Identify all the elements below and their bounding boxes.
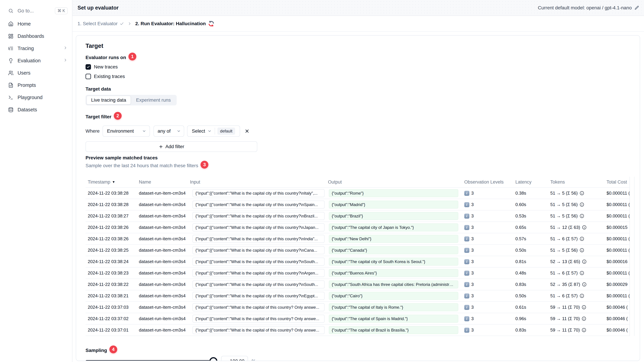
table-row[interactable]: 2024-11-22 03:38:24 dataset-run-item-cm3… xyxy=(86,256,630,267)
cell-total-cost: $0.00046 ( xyxy=(604,328,630,333)
sidebar-item-evaluation[interactable]: Evaluation xyxy=(0,54,72,67)
cell-input-box: {"input":[{"content":"What is the capita… xyxy=(192,326,324,334)
cell-tokens: 59 → 11 (Σ 70) xyxy=(548,305,604,310)
table-row[interactable]: 2024-11-22 03:38:25 dataset-run-item-cm3… xyxy=(86,244,630,256)
default-model-control[interactable]: Current default model: openai / gpt-4.1-… xyxy=(538,5,639,10)
cell-timestamp: 2024-11-22 03:38:27 xyxy=(86,213,137,219)
cell-name: dataset-run-item-cm3s4 xyxy=(137,236,188,241)
cell-tokens: 51 → 5 (Σ 56) xyxy=(548,248,604,253)
filter-operator-value: any of xyxy=(158,128,170,134)
table-row[interactable]: 2024-11-22 03:38:27 dataset-run-item-cm3… xyxy=(86,210,630,222)
info-circle-icon xyxy=(582,259,586,264)
table-row[interactable]: 2024-11-22 03:37:01 dataset-run-item-cm3… xyxy=(86,324,630,336)
sidebar-item-dashboards[interactable]: Dashboards xyxy=(0,30,72,42)
preview-subheading: Sample over the last 24 hours that match… xyxy=(86,162,635,170)
breadcrumb-step-1[interactable]: 1. Select Evaluator xyxy=(78,21,124,26)
sort-desc-icon: ▼ xyxy=(112,180,115,184)
cell-input-box: {"input":[{"content":"What is the capita… xyxy=(192,223,324,231)
sidebar-item-playground[interactable]: Playground xyxy=(0,91,72,103)
sidebar-item-tracing[interactable]: Tracing xyxy=(0,42,72,54)
filter-column-value: Environment xyxy=(107,128,134,134)
table-row[interactable]: 2024-11-22 03:38:28 dataset-run-item-cm3… xyxy=(86,199,630,210)
info-circle-icon xyxy=(582,282,586,287)
info-circle-icon xyxy=(582,328,586,332)
chevron-right-icon xyxy=(128,21,132,26)
cell-observation-levels: i 3 xyxy=(462,248,513,253)
table-row[interactable]: 2024-11-22 03:37:03 dataset-run-item-cm3… xyxy=(86,301,630,313)
filter-column-select[interactable]: Environment xyxy=(102,125,150,137)
cell-output-box: {"output":"Buenos Aires"} xyxy=(329,269,458,277)
cell-tokens: 51 → 5 (Σ 56) xyxy=(548,191,604,196)
cell-timestamp: 2024-11-22 03:38:21 xyxy=(86,293,137,299)
checkbox-new-traces-label: New traces xyxy=(94,64,118,70)
info-square-icon: i xyxy=(464,328,469,333)
filter-value-select[interactable]: Select default xyxy=(187,125,240,137)
sidebar-item-prompts[interactable]: Prompts xyxy=(0,79,72,91)
edit-pencil-icon[interactable] xyxy=(634,5,639,10)
add-filter-button[interactable]: Add filter xyxy=(86,141,257,152)
remove-filter-button[interactable] xyxy=(244,129,250,134)
check-icon xyxy=(120,21,124,26)
cell-output-box: {"output":"The capital of Brazil is Bras… xyxy=(329,326,458,334)
sidebar-item-users[interactable]: Users xyxy=(0,67,72,79)
col-latency[interactable]: Latency xyxy=(513,179,548,185)
cell-name: dataset-run-item-cm3s4 xyxy=(137,305,188,310)
tab-experiment-runs[interactable]: Experiment runs xyxy=(131,96,176,104)
cell-input-box: {"input":[{"content":"What is the capita… xyxy=(192,246,324,254)
col-input[interactable]: Input xyxy=(188,179,326,185)
col-observation-levels[interactable]: Observation Levels xyxy=(462,179,513,185)
checkbox-existing-traces[interactable]: Existing traces xyxy=(86,72,635,80)
col-name[interactable]: Name xyxy=(137,179,188,185)
cell-name: dataset-run-item-cm3s4 xyxy=(137,270,188,276)
col-output[interactable]: Output xyxy=(326,179,462,185)
cell-output-box: {"output":"Brazil"} xyxy=(329,212,458,220)
table-row[interactable]: 2024-11-22 03:38:28 dataset-run-item-cm3… xyxy=(86,187,630,199)
file-code-icon xyxy=(8,83,14,88)
table-scrollbar[interactable] xyxy=(630,177,634,336)
table-row[interactable]: 2024-11-22 03:38:26 dataset-run-item-cm3… xyxy=(86,222,630,233)
tab-live-tracing-data[interactable]: Live tracing data xyxy=(86,96,131,104)
cell-tokens: 51 → 12 (Σ 63) xyxy=(548,225,604,230)
goto-search[interactable]: Go to... ⌘ K xyxy=(0,6,72,15)
table-row[interactable]: 2024-11-22 03:38:22 dataset-run-item-cm3… xyxy=(86,279,630,290)
sampling-value-input[interactable] xyxy=(221,356,248,361)
cell-timestamp: 2024-11-22 03:38:28 xyxy=(86,191,137,196)
checkbox-unchecked-icon[interactable] xyxy=(86,74,91,79)
cell-timestamp: 2024-11-22 03:38:28 xyxy=(86,202,137,207)
sampling-slider[interactable] xyxy=(86,360,213,361)
sidebar-item-datasets[interactable]: Datasets xyxy=(0,103,72,116)
table-row[interactable]: 2024-11-22 03:38:21 dataset-run-item-cm3… xyxy=(86,290,630,301)
info-square-icon: i xyxy=(464,191,469,196)
col-tokens[interactable]: Tokens xyxy=(548,179,604,185)
page-header: Set up evaluator Current default model: … xyxy=(72,0,644,16)
annotation-badge-2: 2 xyxy=(114,112,122,120)
cell-total-cost: $0.000011 ( xyxy=(604,248,630,253)
checkbox-new-traces[interactable]: New traces xyxy=(86,63,635,71)
cell-latency: 0.53s xyxy=(513,213,548,219)
col-timestamp[interactable]: Timestamp▼ xyxy=(86,179,137,185)
cell-name: dataset-run-item-cm3s4 xyxy=(137,191,188,196)
cell-total-cost: $0.000015 xyxy=(604,225,630,230)
table-row[interactable]: 2024-11-22 03:38:26 dataset-run-item-cm3… xyxy=(86,233,630,244)
cell-input-box: {"input":[{"content":"What is the capita… xyxy=(192,201,324,209)
chevron-right-icon xyxy=(63,58,68,63)
cell-latency: 0.65s xyxy=(513,225,548,230)
annotation-badge-3: 3 xyxy=(200,161,208,169)
sampling-slider-handle[interactable] xyxy=(210,357,218,361)
table-row[interactable]: 2024-11-22 03:37:02 dataset-run-item-cm3… xyxy=(86,313,630,324)
table-row[interactable]: 2024-11-22 03:38:23 dataset-run-item-cm3… xyxy=(86,267,630,279)
col-total-cost[interactable]: Total Cost xyxy=(604,179,630,185)
cell-output-box: {"output":"The capital of Spain is Madri… xyxy=(329,315,458,323)
cell-latency: 0.81s xyxy=(513,259,548,264)
sidebar-item-home[interactable]: Home xyxy=(0,18,72,30)
info-square-icon: i xyxy=(464,259,469,264)
checkbox-checked-icon[interactable] xyxy=(86,64,91,70)
cell-total-cost: $0.000011 ( xyxy=(604,293,630,299)
cell-tokens: 51 → 6 (Σ 57) xyxy=(548,236,604,241)
cell-tokens: 59 → 11 (Σ 70) xyxy=(548,316,604,321)
runs-on-label: Evaluator runs on xyxy=(86,55,126,60)
breadcrumb: 1. Select Evaluator 2. Run Evaluator: Ha… xyxy=(72,16,644,32)
cell-input-box: {"input":[{"content":"What is the capita… xyxy=(192,212,324,220)
filter-operator-select[interactable]: any of xyxy=(154,125,184,137)
info-circle-icon xyxy=(580,237,584,241)
